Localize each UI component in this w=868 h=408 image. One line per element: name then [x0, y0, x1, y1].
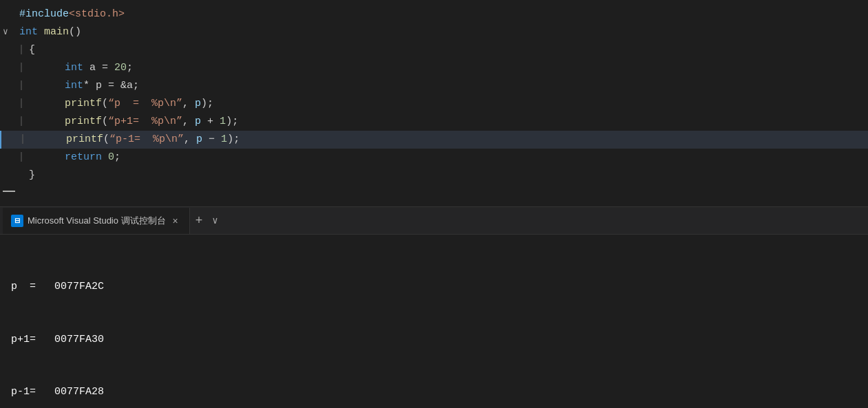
collapse-arrow: ∨	[3, 23, 8, 41]
terminal-output: p = 0077FA2C p+1= 0077FA30 p-1= 0077FA28…	[0, 235, 868, 408]
token-space	[38, 23, 44, 41]
token-str-3: “p-1= %p\n”	[109, 131, 184, 149]
code-content-8: printf(“p-1= %p\n”, p − 1);	[28, 131, 868, 149]
token-fn-main: main	[44, 23, 69, 41]
token-kw-int2: int	[65, 59, 83, 77]
token-var-p3: p	[196, 131, 202, 149]
code-line-9: | return 0;	[0, 149, 868, 167]
code-line-10: }	[0, 167, 868, 184]
token-num-0: 0	[108, 149, 114, 167]
code-line-1: #include<stdio.h>	[0, 6, 868, 23]
pipe-3: |	[17, 41, 26, 59]
code-editor[interactable]: #include<stdio.h> ∨ int main() | { | int…	[0, 0, 868, 206]
token-kw-int: int	[19, 23, 38, 41]
terminal-chevron[interactable]: ∨	[208, 215, 222, 226]
code-line-7: | printf(“p+1= %p\n”, p + 1);	[0, 113, 868, 131]
code-content-10: }	[26, 167, 868, 184]
pipe-7: |	[17, 113, 26, 131]
token-num-1b: 1	[221, 131, 227, 149]
token-var-p1: p	[195, 95, 201, 113]
code-line-5: | int* p = &a;	[0, 77, 868, 95]
terminal-tab-label: Microsoft Visual Studio 调试控制台	[28, 215, 166, 227]
code-content-3: {	[26, 41, 868, 59]
code-line-8: | printf(“p-1= %p\n”, p − 1);	[0, 131, 868, 149]
code-line-3: | {	[0, 41, 868, 59]
token-kw-return: return	[65, 149, 102, 167]
terminal-tabs: ⊟ Microsoft Visual Studio 调试控制台 × + ∨	[0, 207, 868, 235]
pipe-9: |	[17, 149, 26, 167]
code-line-6: | printf(“p = %p\n”, p);	[0, 95, 868, 113]
terminal-panel: ⊟ Microsoft Visual Studio 调试控制台 × + ∨ p …	[0, 206, 868, 408]
code-content-7: printf(“p+1= %p\n”, p + 1);	[26, 113, 868, 131]
vs-icon: ⊟	[11, 215, 23, 227]
token-var-p2: p	[195, 113, 201, 131]
token-close-brace: }	[29, 167, 35, 184]
token-num-1a: 1	[220, 113, 226, 131]
cursor-indicator	[3, 191, 15, 192]
terminal-add-button[interactable]: +	[190, 213, 209, 228]
token-str-1: “p = %p\n”	[108, 95, 182, 113]
token-str-2: “p+1= %p\n”	[108, 113, 182, 131]
terminal-line-1: p = 0077FA2C	[11, 278, 857, 296]
token-kw-int3: int	[65, 77, 83, 95]
terminal-close-button[interactable]: ×	[170, 214, 181, 228]
pipe-5: |	[17, 77, 26, 95]
token-fn-printf1: printf	[65, 95, 102, 113]
terminal-line-2: p+1= 0077FA30	[11, 331, 857, 349]
token-parens: ()	[69, 23, 81, 41]
code-content-4: int a = 20;	[26, 59, 868, 77]
code-content-5: int* p = &a;	[26, 77, 868, 95]
token-fn-printf3: printf	[66, 131, 103, 149]
pipe-8: |	[18, 131, 28, 149]
terminal-line-3: p-1= 0077FA28	[11, 383, 857, 401]
pipe-6: |	[17, 95, 26, 113]
token-num-20: 20	[114, 59, 127, 77]
code-content-6: printf(“p = %p\n”, p);	[26, 95, 868, 113]
code-content-2: int main()	[17, 23, 868, 41]
code-content-1: #include<stdio.h>	[17, 6, 868, 23]
token-preprocessor: #include	[19, 6, 69, 23]
token-include-path: <stdio.h>	[69, 6, 125, 23]
token-open-brace: {	[29, 41, 35, 59]
token-fn-printf2: printf	[65, 113, 102, 131]
terminal-tab-main[interactable]: ⊟ Microsoft Visual Studio 调试控制台 ×	[3, 208, 190, 234]
code-content-9: return 0;	[26, 149, 868, 167]
gutter-2: ∨	[3, 23, 17, 41]
code-line-2: ∨ int main()	[0, 23, 868, 41]
code-line-4: | int a = 20;	[0, 59, 868, 77]
cursor-line	[0, 184, 868, 198]
pipe-4: |	[17, 59, 26, 77]
